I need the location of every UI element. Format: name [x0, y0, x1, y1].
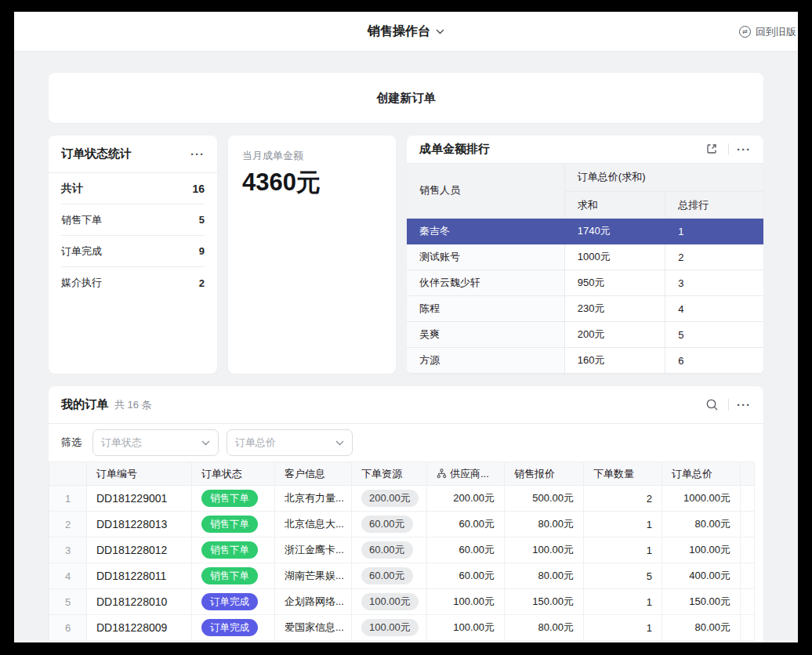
back-to-old-version-label: 回到旧版 [756, 25, 796, 39]
total-value: 1000.00元 [662, 486, 741, 512]
quote-value: 80.00元 [505, 615, 584, 641]
order-total-filter-select[interactable]: 订单总价 [227, 429, 353, 456]
row-spacer [741, 537, 755, 563]
resource-pill[interactable]: 100.00元 [361, 619, 419, 636]
chevron-down-icon [436, 29, 444, 34]
status-label: 媒介执行 [61, 276, 102, 290]
create-new-order-label: 创建新订单 [377, 91, 436, 106]
column-header-supplier[interactable]: 供应商... [427, 462, 505, 486]
monthly-amount-label: 当月成单金额 [242, 149, 382, 163]
status-row: 销售下单 5 [61, 204, 205, 236]
status-label: 销售下单 [61, 213, 102, 227]
rank-value: 1 [665, 219, 763, 244]
customer-info: 爱国家信息... [275, 615, 352, 641]
column-header-person[interactable]: 销售人员 [407, 164, 564, 219]
order-row[interactable]: 2 DD181228013 销售下单 北京信息大... 60.00元 60.00… [49, 512, 755, 537]
ranking-row-selected[interactable]: 秦吉冬 1740元 1 [407, 219, 763, 244]
customer-info: 北京有力量... [275, 486, 352, 512]
column-header-customer[interactable]: 客户信息 [275, 462, 352, 486]
column-header-total[interactable]: 订单总价 [662, 462, 741, 486]
qty-value: 1 [584, 537, 662, 563]
status-badge: 销售下单 [201, 567, 258, 584]
status-badge: 销售下单 [201, 516, 258, 533]
resource-pill[interactable]: 60.00元 [361, 541, 413, 559]
person-name: 伙伴云魏少轩 [407, 270, 564, 296]
resource-pill[interactable]: 200.00元 [361, 490, 419, 507]
filter-label: 筛选 [61, 436, 82, 450]
quote-value: 150.00元 [505, 589, 584, 615]
status-label: 共计 [61, 182, 83, 196]
sum-value: 230元 [564, 296, 665, 322]
column-header-qty[interactable]: 下单数量 [584, 462, 662, 486]
ranking-row[interactable]: 伙伴云魏少轩 950元 3 [407, 270, 763, 296]
my-orders-header: 我的订单 共 16 条 ··· [49, 386, 763, 424]
switch-version-icon: ⇄ [739, 26, 751, 38]
row-spacer [741, 512, 755, 537]
status-badge: 订单完成 [201, 619, 258, 636]
monthly-amount-card: 当月成单金额 4360元 [228, 136, 396, 374]
column-header-quote[interactable]: 销售报价 [505, 462, 584, 486]
workspace-switcher[interactable]: 销售操作台 [368, 12, 444, 52]
create-new-order-button[interactable]: 创建新订单 [49, 73, 763, 123]
resource-pill[interactable]: 100.00元 [361, 593, 419, 610]
qty-value: 1 [584, 589, 662, 615]
column-header-status[interactable]: 订单状态 [192, 462, 275, 486]
status-value: 9 [199, 245, 205, 257]
ranking-row[interactable]: 测试账号 1000元 2 [407, 244, 763, 270]
ranking-row[interactable]: 陈程 230元 4 [407, 296, 763, 322]
supplier-value: 60.00元 [427, 537, 505, 563]
sales-ranking-title: 成单金额排行 [419, 142, 490, 157]
orders-count: 共 16 条 [114, 398, 152, 412]
order-status-stats-card: 订单状态统计 ··· 共计 16 销售下单 5 订单完成 [49, 136, 217, 374]
more-menu-icon[interactable]: ··· [737, 399, 751, 411]
more-menu-icon[interactable]: ··· [190, 148, 205, 160]
orders-table: 订单编号 订单状态 客户信息 下单资源 [49, 461, 755, 641]
expand-icon[interactable] [703, 140, 720, 157]
order-total-filter-placeholder: 订单总价 [235, 436, 276, 450]
order-row[interactable]: 4 DD181228011 销售下单 湖南芒果娱... 60.00元 60.00… [49, 563, 755, 589]
ranking-row[interactable]: 吴爽 200元 5 [407, 322, 763, 348]
row-number-header [49, 462, 87, 486]
row-number: 3 [49, 537, 87, 563]
total-value: 80.00元 [662, 615, 741, 641]
status-badge: 订单完成 [201, 593, 258, 610]
order-no: DD181228011 [87, 563, 192, 589]
my-orders-title: 我的订单 [61, 397, 108, 412]
order-status-stats-header: 订单状态统计 ··· [49, 136, 217, 173]
person-name: 方源 [407, 348, 564, 374]
row-spacer [741, 589, 755, 615]
order-row[interactable]: 1 DD181229001 销售下单 北京有力量... 200.00元 200.… [49, 486, 755, 512]
hierarchy-icon [437, 469, 447, 481]
supplier-value: 60.00元 [427, 563, 505, 589]
search-icon[interactable] [703, 396, 720, 414]
order-row[interactable]: 3 DD181228012 销售下单 浙江金鹰卡... 60.00元 60.00… [49, 537, 755, 563]
more-menu-icon[interactable]: ··· [737, 143, 751, 155]
quote-value: 500.00元 [505, 486, 584, 512]
filter-row: 筛选 订单状态 订单总价 [49, 424, 763, 461]
sum-value: 1740元 [564, 219, 665, 244]
supplier-value: 60.00元 [427, 512, 505, 537]
sum-value: 200元 [564, 322, 665, 348]
status-row: 媒介执行 2 [61, 267, 205, 299]
person-name: 测试账号 [407, 244, 564, 270]
order-row[interactable]: 5 DD181228010 订单完成 企划路网络... 100.00元 100.… [49, 589, 755, 615]
customer-info: 浙江金鹰卡... [275, 537, 352, 563]
qty-value: 2 [584, 486, 662, 512]
resource-pill[interactable]: 60.00元 [361, 516, 413, 533]
order-status-filter-select[interactable]: 订单状态 [92, 429, 219, 456]
status-list: 共计 16 销售下单 5 订单完成 9 媒介执行 2 [49, 173, 217, 299]
order-no: DD181228013 [87, 512, 192, 537]
column-header-rank[interactable]: 总排行 [665, 192, 763, 219]
status-row: 订单完成 9 [61, 236, 205, 267]
row-spacer [741, 563, 755, 589]
resource-pill[interactable]: 60.00元 [361, 567, 413, 584]
column-header-group[interactable]: 订单总价(求和) [564, 164, 763, 192]
column-header-sum[interactable]: 求和 [564, 192, 665, 219]
status-label: 订单完成 [61, 244, 102, 259]
order-row[interactable]: 6 DD181228009 订单完成 爱国家信息... 100.00元 100.… [49, 615, 755, 641]
column-header-resource[interactable]: 下单资源 [352, 462, 427, 486]
column-header-order-no[interactable]: 订单编号 [87, 462, 192, 486]
back-to-old-version-button[interactable]: ⇄ 回到旧版 [739, 12, 796, 52]
status-badge: 销售下单 [201, 490, 258, 507]
ranking-row[interactable]: 方源 160元 6 [407, 348, 763, 374]
